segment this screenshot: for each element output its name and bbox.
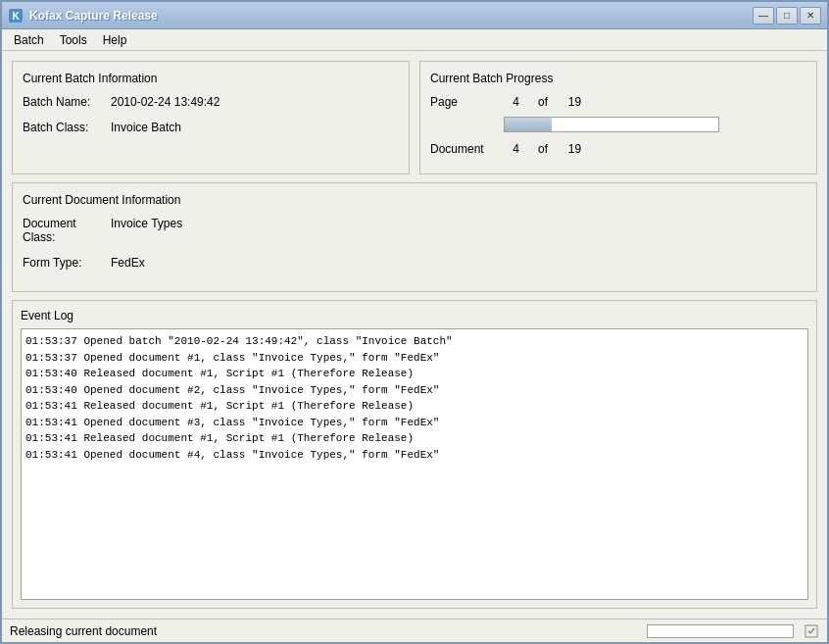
batch-progress-panel: Current Batch Progress Page 4 of 19 Docu…	[419, 61, 817, 174]
main-content: Current Batch Information Batch Name: 20…	[2, 51, 827, 619]
progress-bar-outer	[504, 117, 719, 132]
document-total: 19	[562, 142, 587, 156]
svg-text:K: K	[12, 11, 20, 22]
menu-item-batch[interactable]: Batch	[6, 31, 52, 49]
document-info-panel: Current Document Information Document Cl…	[12, 182, 817, 292]
batch-info-panel: Current Batch Information Batch Name: 20…	[12, 61, 410, 174]
main-window: K Kofax Capture Release — □ ✕ Batch Tool…	[0, 0, 829, 644]
log-entry: 01:53:37 Opened document #1, class "Invo…	[25, 350, 804, 367]
batch-name-row: Batch Name: 2010-02-24 13:49:42	[23, 95, 399, 109]
event-log-box[interactable]: 01:53:37 Opened batch "2010-02-24 13:49:…	[21, 328, 808, 600]
batch-class-value: Invoice Batch	[111, 121, 181, 134]
batch-class-row: Batch Class: Invoice Batch	[23, 121, 399, 134]
batch-name-value: 2010-02-24 13:49:42	[111, 95, 219, 109]
batch-info-title: Current Batch Information	[23, 72, 399, 85]
batch-name-label: Batch Name:	[23, 95, 111, 109]
form-type-row: Form Type: FedEx	[23, 256, 806, 270]
minimize-button[interactable]: —	[753, 7, 774, 25]
menu-item-tools[interactable]: Tools	[52, 31, 95, 49]
document-of: of	[538, 142, 553, 156]
event-log-title: Event Log	[21, 309, 808, 322]
close-button[interactable]: ✕	[800, 7, 821, 25]
page-value: 4	[504, 95, 528, 109]
status-icon	[804, 623, 819, 639]
document-progress-row: Document 4 of 19	[430, 142, 806, 156]
log-entry: 01:53:41 Released document #1, Script #1…	[25, 398, 804, 415]
doc-class-value: Invoice Types	[111, 217, 182, 230]
doc-class-row: Document Class: Invoice Types	[23, 217, 806, 244]
batch-class-label: Batch Class:	[23, 121, 111, 134]
menu-bar: Batch Tools Help	[2, 29, 827, 51]
batch-progress-title: Current Batch Progress	[430, 72, 806, 85]
progress-bar-inner	[505, 118, 552, 131]
form-type-value: FedEx	[111, 256, 145, 270]
log-entry: 01:53:37 Opened batch "2010-02-24 13:49:…	[25, 333, 804, 350]
document-value: 4	[504, 142, 528, 156]
log-entry: 01:53:41 Released document #1, Script #1…	[25, 430, 804, 447]
form-type-label: Form Type:	[23, 256, 111, 270]
page-label: Page	[430, 95, 494, 109]
document-label: Document	[430, 142, 494, 156]
log-entry: 01:53:40 Opened document #2, class "Invo…	[25, 382, 804, 399]
doc-class-label: Document Class:	[23, 217, 111, 244]
maximize-button[interactable]: □	[776, 7, 798, 25]
status-progress-bar	[647, 624, 794, 638]
window-title: Kofax Capture Release	[29, 9, 747, 23]
page-progress-row: Page 4 of 19	[430, 95, 806, 109]
log-entry: 01:53:41 Opened document #3, class "Invo…	[25, 415, 804, 431]
status-text: Releasing current document	[10, 624, 637, 638]
title-bar: K Kofax Capture Release — □ ✕	[2, 2, 827, 29]
progress-bar-container	[430, 117, 806, 132]
event-log-panel: Event Log 01:53:37 Opened batch "2010-02…	[12, 300, 817, 609]
svg-line-4	[810, 628, 814, 633]
top-panels: Current Batch Information Batch Name: 20…	[12, 61, 817, 174]
log-entry: 01:53:40 Released document #1, Script #1…	[25, 366, 804, 382]
page-total: 19	[562, 95, 587, 109]
log-entry: 01:53:41 Opened document #4, class "Invo…	[25, 447, 804, 464]
menu-item-help[interactable]: Help	[95, 31, 135, 49]
app-icon: K	[8, 8, 24, 24]
document-info-title: Current Document Information	[23, 193, 806, 207]
window-controls: — □ ✕	[753, 7, 821, 25]
status-bar: Releasing current document	[2, 619, 827, 642]
page-of: of	[538, 95, 553, 109]
